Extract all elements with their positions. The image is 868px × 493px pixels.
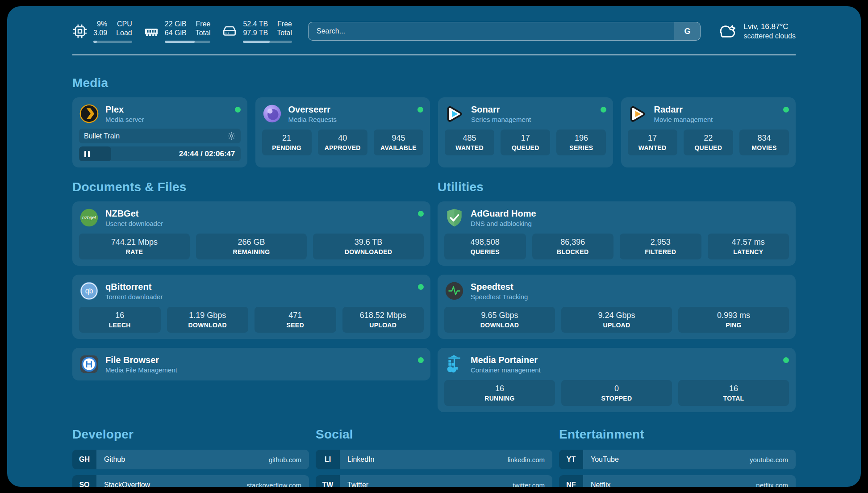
app-card-qbittorrent[interactable]: qb qBittorrent Torrent downloader 16 LEE… [72,275,430,339]
app-title: Overseerr [288,104,412,115]
bookmark-name: Github [104,455,125,464]
dashboard-page: 9% 3.09 CPU Load [7,6,861,487]
stat-tile: 744.21 Mbps RATE [79,234,190,259]
disk-total-value: 97.9 TB [243,29,268,38]
cpu-stat: 9% 3.09 CPU Load [72,20,132,43]
app-card-nzbget[interactable]: nzbget NZBGet Usenet downloader 744.21 M… [72,201,430,266]
disk-free-value: 52.4 TB [243,20,268,29]
status-badge [417,107,423,113]
bookmark-netflix[interactable]: NF Netflix netflix.com [559,475,796,487]
overseerr-logo-icon [262,104,282,124]
cpu-load-value: 3.09 [93,29,107,38]
bookmark-github[interactable]: GH Github github.com [72,450,309,469]
stat-tile: 196 SERIES [556,130,606,155]
app-description: DNS and adblocking [471,220,789,227]
bookmark-abbr: YT [559,450,583,469]
utilities-column: Utilities AdGuard Home [438,176,796,412]
app-description: Media server [105,116,229,123]
status-badge [418,357,424,363]
disk-free-label: Free [277,20,292,29]
app-title: qBittorrent [105,281,412,292]
search-input[interactable] [309,22,674,40]
app-card-radarr[interactable]: Radarr Movie management 17 WANTED 22 QUE… [621,97,796,167]
status-badge [418,211,424,217]
stat-tile: 945 AVAILABLE [374,130,423,155]
section-title-developer: Developer [72,427,309,442]
app-card-overseerr[interactable]: Overseerr Media Requests 21 PENDING 40 A… [255,97,430,167]
stat-tile: 21 PENDING [262,130,312,155]
section-title-entertainment: Entertainment [559,427,796,442]
memory-stat: 22 GiB 64 GiB Free Total [144,20,211,43]
adguard-logo-icon [444,208,464,228]
memory-free-label: Free [196,20,211,29]
app-card-speedtest[interactable]: Speedtest Speedtest Tracking 9.65 Gbps D… [438,275,796,339]
stat-tile: 17 WANTED [628,130,677,155]
stat-tile: 47.57 ms LATENCY [708,234,789,259]
status-badge [235,107,241,113]
section-title-media: Media [72,76,796,90]
stat-tile: 40 APPROVED [318,130,367,155]
app-title: Speedtest [471,281,789,292]
bookmark-url: youtube.com [750,456,788,464]
portainer-logo-icon [444,354,464,374]
search-engine-button[interactable]: G [674,22,700,40]
documents-files-column: Documents & Files nzbget NZBGet U [72,176,430,380]
memory-icon [144,24,159,39]
nzbget-logo-icon: nzbget [79,208,99,228]
system-stats: 9% 3.09 CPU Load [72,20,292,43]
stat-tile: 16 LEECH [79,307,161,333]
stat-tile: 9.24 Gbps UPLOAD [561,307,672,333]
app-title: NZBGet [105,208,412,219]
app-description: Usenet downloader [105,220,412,227]
bookmark-abbr: LI [316,450,340,469]
bookmark-url: stackoverflow.com [246,481,301,487]
app-description: Speedtest Tracking [471,293,789,301]
stat-tile: 834 MOVIES [739,130,789,155]
qbittorrent-logo-icon: qb [79,281,99,301]
sonarr-logo-icon [445,104,465,124]
app-card-filebrowser[interactable]: File Browser Media File Management [72,348,430,380]
cpu-progress-bar [93,41,132,43]
cpu-usage-value: 9% [97,20,107,29]
bookmark-abbr: SO [72,475,96,487]
disk-progress-bar [243,41,292,43]
stat-tile: 2,953 FILTERED [620,234,701,259]
app-card-portainer[interactable]: Media Portainer Container management 16 … [438,348,796,412]
stat-tile: 16 RUNNING [444,380,555,406]
stat-tile: 16 TOTAL [678,380,789,406]
stat-tile: 39.6 TB DOWNLOADED [313,234,424,259]
bookmark-name: Twitter [347,481,368,487]
disk-total-label: Total [277,29,292,38]
app-card-adguard[interactable]: AdGuard Home DNS and adblocking 498,508 … [438,201,796,266]
bookmark-abbr: NF [559,475,583,487]
app-title: Media Portainer [471,355,777,365]
stat-tile: 0.993 ms PING [678,307,789,333]
memory-free-value: 22 GiB [165,20,187,29]
cloud-icon [717,23,737,40]
pause-icon[interactable] [84,151,90,157]
app-card-sonarr[interactable]: Sonarr Series management 485 WANTED 17 Q… [438,97,613,167]
bookmark-stackoverflow[interactable]: SO StackOverflow stackoverflow.com [72,475,309,487]
bookmark-linkedin[interactable]: LI LinkedIn linkedin.com [316,450,552,469]
bookmark-twitter[interactable]: TW Twitter twitter.com [316,475,552,487]
plex-logo-icon [79,104,99,124]
stat-tile: 618.52 Mbps UPLOAD [342,307,424,333]
bookmark-youtube[interactable]: YT YouTube youtube.com [559,450,796,469]
bookmark-abbr: GH [72,450,96,469]
bookmark-abbr: TW [316,475,340,487]
filebrowser-logo-icon [79,354,99,374]
app-card-plex[interactable]: Plex Media server Bullet Train 24:44 / 0… [72,97,247,167]
app-title: Plex [105,104,229,115]
app-description: Torrent downloader [105,293,412,301]
weather-location-temperature: Lviv, 16.87°C [743,22,796,32]
playback-time: 24:44 / 02:06:47 [179,150,241,159]
section-title-utilities: Utilities [438,180,796,194]
stat-tile: 17 QUEUED [501,130,550,155]
app-description: Media Requests [288,116,412,123]
developer-column: Developer GH Github github.com SO StackO… [72,427,309,487]
svg-text:qb: qb [85,287,93,295]
stat-tile: 86,396 BLOCKED [532,234,614,259]
app-description: Container management [471,366,777,374]
cpu-usage-label: CPU [117,20,132,29]
bookmark-name: StackOverflow [104,481,150,487]
